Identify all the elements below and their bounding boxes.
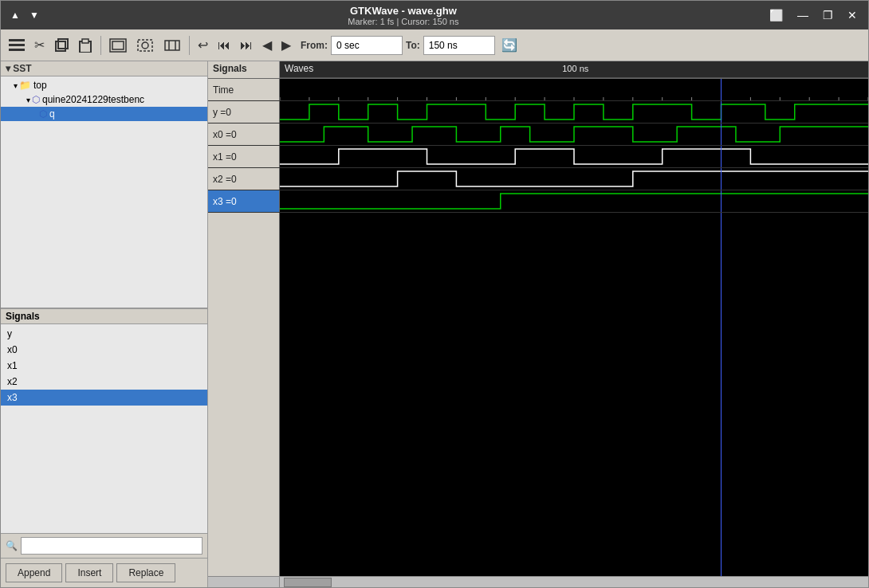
titlebar-center: GTKWave - wave.ghw Marker: 1 fs | Cursor… xyxy=(42,5,765,26)
wave-row-x2: x2 =0 xyxy=(208,168,868,190)
wave-name-x0: x0 =0 xyxy=(208,123,280,145)
tree-item-top[interactable]: ▾ 📁 top xyxy=(1,78,207,92)
right-panel: Signals Waves 100 ns Time y =0 xyxy=(208,61,868,587)
wave-empty-area xyxy=(208,213,868,576)
scrollbar-thumb[interactable] xyxy=(284,578,332,587)
insert-button[interactable]: Insert xyxy=(65,563,113,582)
append-button[interactable]: Append xyxy=(6,563,62,582)
replace-button[interactable]: Replace xyxy=(116,563,175,582)
signal-item-y[interactable]: y xyxy=(1,326,207,342)
titlebar-minimize-btn[interactable]: — xyxy=(792,7,813,23)
signal-item-x1[interactable]: x1 xyxy=(1,358,207,374)
paste-icon xyxy=(78,38,92,53)
signals-list: y x0 x1 x2 x3 xyxy=(1,324,207,533)
titlebar: ▲ ▼ GTKWave - wave.ghw Marker: 1 fs | Cu… xyxy=(1,1,868,29)
go-next-btn[interactable]: ▶ xyxy=(278,35,294,55)
tree-arrow-top: ▾ xyxy=(14,81,18,90)
paste-btn[interactable] xyxy=(75,36,96,55)
h-scrollbar xyxy=(208,576,868,587)
wave-rows-container: Time y =0 x0 =0 xyxy=(208,79,868,576)
tree-label-testbench: quine20241229testbenc xyxy=(42,94,144,105)
canvas-x2 xyxy=(280,168,868,190)
search-icon: 🔍 xyxy=(6,540,18,551)
titlebar-restore-btn[interactable]: ❐ xyxy=(818,7,838,23)
wave-empty-names xyxy=(208,213,280,576)
titlebar-left: ▲ ▼ xyxy=(7,8,42,22)
svg-rect-4 xyxy=(58,39,68,49)
wave-name-y: y =0 xyxy=(208,101,280,123)
svg-rect-1 xyxy=(9,44,25,46)
wave-name-time: Time xyxy=(208,79,280,100)
toolbar: ✂ xyxy=(1,29,868,61)
copy-icon xyxy=(54,38,69,53)
wave-row-x0: x0 =0 xyxy=(208,123,868,146)
zoom-range-icon xyxy=(163,38,181,53)
search-input[interactable] xyxy=(21,537,203,555)
titlebar-controls: ⬜ — ❐ ✕ xyxy=(765,7,862,23)
titlebar-up-btn[interactable]: ▲ xyxy=(7,8,23,22)
to-label: To: xyxy=(406,40,420,51)
svg-rect-2 xyxy=(9,49,25,51)
scrollbar-left-spacer xyxy=(208,577,280,587)
signal-item-x0[interactable]: x0 xyxy=(1,342,207,358)
wave-name-x1: x1 =0 xyxy=(208,146,280,167)
titlebar-square-btn[interactable]: ⬜ xyxy=(765,7,788,23)
main-content: ▾ SST ▾ 📁 top ▾ ⬡ quine20241229testbenc … xyxy=(1,61,868,587)
window-title: GTKWave - wave.ghw xyxy=(350,5,457,17)
refresh-btn[interactable]: 🔄 xyxy=(498,35,521,55)
canvas-x3 xyxy=(280,190,868,212)
zoom-select-btn[interactable] xyxy=(133,36,157,55)
wave-row-y: y =0 xyxy=(208,101,868,123)
svg-rect-3 xyxy=(56,41,65,51)
wave-canvas-time xyxy=(280,79,868,100)
window-subtitle: Marker: 1 fs | Cursor: 150 ns xyxy=(348,17,458,26)
svg-rect-8 xyxy=(112,41,124,49)
titlebar-down-btn[interactable]: ▼ xyxy=(26,8,42,22)
tree-item-testbench[interactable]: ▾ ⬡ quine20241229testbenc xyxy=(1,92,207,107)
signals-col-header: Signals xyxy=(208,61,280,78)
wave-name-x2: x2 =0 xyxy=(208,168,280,190)
folder-icon-top: 📁 xyxy=(19,80,31,91)
sst-header: ▾ SST xyxy=(1,61,207,76)
signal-item-x2[interactable]: x2 xyxy=(1,374,207,390)
canvas-time xyxy=(280,79,868,100)
hamburger-icon xyxy=(9,39,25,52)
scrollbar-track[interactable] xyxy=(280,577,868,587)
main-window: ▲ ▼ GTKWave - wave.ghw Marker: 1 fs | Cu… xyxy=(0,0,869,588)
copy-btn[interactable] xyxy=(51,36,72,55)
wave-row-time: Time xyxy=(208,79,868,101)
signal-item-x3[interactable]: x3 xyxy=(1,390,207,406)
wave-canvas-x3 xyxy=(280,190,868,212)
bottom-buttons: Append Insert Replace xyxy=(1,558,207,587)
wave-name-x3: x3 =0 xyxy=(208,190,280,212)
wave-row-x3: x3 =0 xyxy=(208,190,868,213)
wave-canvas-x0 xyxy=(280,123,868,145)
tree-item-q[interactable]: ⬡ q xyxy=(1,107,207,121)
zoom-range-btn[interactable] xyxy=(160,36,184,55)
signal-icon-q: ⬡ xyxy=(39,108,47,120)
signals-header: Signals xyxy=(1,308,207,324)
canvas-y xyxy=(280,101,868,123)
module-icon-testbench: ⬡ xyxy=(32,94,40,105)
sep1 xyxy=(100,36,101,55)
sep2 xyxy=(189,36,190,55)
waves-label: Waves xyxy=(285,63,313,74)
go-start-btn[interactable]: ⏮ xyxy=(214,36,234,55)
go-end-btn[interactable]: ⏭ xyxy=(237,36,256,55)
titlebar-close-btn[interactable]: ✕ xyxy=(843,7,862,23)
from-input[interactable] xyxy=(331,36,403,55)
tree-label-q: q xyxy=(49,108,55,120)
sst-tree[interactable]: ▾ 📁 top ▾ ⬡ quine20241229testbenc ⬡ q xyxy=(1,76,207,305)
svg-point-10 xyxy=(142,42,148,49)
hamburger-menu-btn[interactable] xyxy=(6,37,28,54)
zoom-fit-btn[interactable] xyxy=(106,36,130,55)
go-prev-btn[interactable]: ◀ xyxy=(259,35,275,55)
undo-btn[interactable]: ↩ xyxy=(195,35,211,55)
time-100ns-marker: 100 ns xyxy=(562,64,588,73)
wave-canvas-x2 xyxy=(280,168,868,190)
time-range: From: To: 🔄 xyxy=(301,35,521,55)
zoom-select-icon xyxy=(136,38,154,53)
cut-btn[interactable]: ✂ xyxy=(31,35,48,55)
svg-rect-0 xyxy=(9,39,25,41)
to-input[interactable] xyxy=(423,36,495,55)
